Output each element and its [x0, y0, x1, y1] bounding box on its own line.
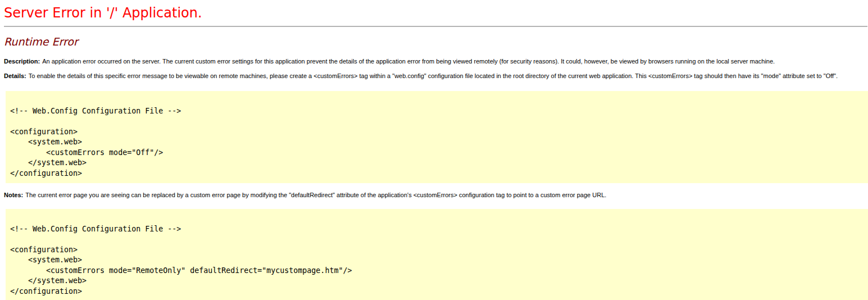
server-error-page: Server Error in '/' Application. Runtime…: [0, 5, 868, 300]
code-block-default-redirect: <!-- Web.Config Configuration File --> <…: [6, 209, 868, 300]
details-label: Details:: [4, 72, 26, 79]
description-label: Description:: [4, 58, 40, 65]
description-paragraph: Description:An application error occurre…: [4, 57, 868, 65]
notes-label: Notes:: [4, 192, 23, 198]
code-block-customerrors-off: <!-- Web.Config Configuration File --> <…: [6, 91, 868, 183]
code-default-redirect: <!-- Web.Config Configuration File --> <…: [6, 209, 868, 300]
page-title: Server Error in '/' Application.: [4, 5, 868, 21]
code-customerrors-off: <!-- Web.Config Configuration File --> <…: [6, 91, 868, 183]
details-paragraph: Details:To enable the details of this sp…: [4, 72, 868, 80]
details-text: To enable the details of this specific e…: [29, 72, 838, 79]
description-text: An application error occurred on the ser…: [42, 58, 775, 65]
notes-paragraph: Notes:The current error page you are see…: [4, 191, 868, 199]
title-divider: [4, 26, 867, 27]
error-subtitle: Runtime Error: [4, 35, 868, 48]
notes-text: The current error page you are seeing ca…: [25, 192, 606, 198]
